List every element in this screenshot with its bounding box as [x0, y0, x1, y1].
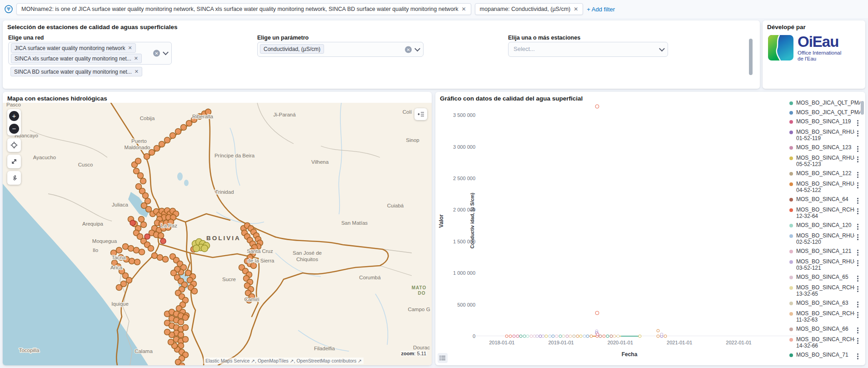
legend-item[interactable]: MOS_BO_SINCA_RCH-13-32-65 — [788, 285, 860, 297]
legend-menu-icon[interactable] — [855, 222, 860, 230]
legend-item[interactable]: MOS_BO_SINCA_RCH-19-32-71 — [788, 363, 860, 363]
station-marker[interactable] — [139, 249, 145, 255]
legend-item[interactable]: MOS_BO_SINCA_120 — [788, 222, 860, 230]
station-marker[interactable] — [193, 245, 200, 252]
filter-pill-mopaname[interactable]: mopaname: Conductividad, (µS/cm) ✕ — [475, 3, 584, 15]
map-legend-collapse-button[interactable] — [414, 108, 427, 120]
chart-point[interactable] — [602, 335, 605, 338]
legend-label[interactable]: MOS_BO_SINCA_RHU-03-52-121 — [796, 259, 855, 271]
chart-line[interactable] — [621, 336, 639, 337]
legend-item[interactable]: MOS_BO_JICA_QLT_PMASUP_ — [788, 110, 860, 116]
station-marker[interactable] — [178, 332, 184, 338]
network-tag-sinca-xls[interactable]: SINCA xls surface water quality monitori… — [11, 54, 142, 63]
chevron-down-icon[interactable] — [414, 45, 420, 51]
station-marker[interactable] — [160, 238, 166, 244]
legend-menu-icon[interactable] — [855, 171, 860, 178]
station-marker[interactable] — [126, 277, 132, 283]
station-marker[interactable] — [181, 125, 187, 131]
station-marker[interactable] — [128, 246, 134, 252]
remove-tag-icon[interactable]: ✕ — [134, 55, 138, 61]
expand-map-button[interactable] — [7, 155, 21, 168]
station-marker[interactable] — [116, 285, 122, 291]
legend-menu-icon[interactable] — [855, 300, 860, 308]
station-marker[interactable] — [135, 259, 140, 265]
chart-point[interactable] — [552, 335, 555, 338]
legend-label[interactable]: MOS_BO_SINCA_119 — [796, 119, 855, 125]
station-marker[interactable] — [135, 158, 141, 164]
station-marker[interactable] — [139, 217, 145, 222]
legend-label[interactable]: MOS_BO_SINCA_RHU-04-52-122 — [796, 181, 855, 193]
legend-menu-icon[interactable] — [855, 197, 860, 204]
chart-point[interactable] — [569, 335, 572, 338]
zoom-out-button[interactable]: − — [9, 124, 19, 134]
chart-point[interactable] — [509, 335, 512, 338]
remove-filter-icon[interactable]: ✕ — [462, 6, 466, 12]
station-marker[interactable] — [130, 220, 135, 226]
legend-item[interactable]: MOS_BO_SINCA_63 — [788, 300, 860, 308]
legend-menu-icon[interactable] — [855, 326, 860, 333]
stations-select[interactable]: Select... — [508, 42, 668, 57]
legend-menu-icon[interactable] — [855, 119, 860, 126]
chart-point[interactable] — [589, 335, 593, 338]
legend-label[interactable]: MOS_BO_JICA_QLT_PMASUP_ — [796, 110, 860, 116]
map-attribution[interactable]: Elastic Maps Service ↗, OpenMapTiles ↗, … — [204, 358, 364, 364]
chart-point[interactable] — [613, 335, 616, 338]
chevron-down-icon[interactable] — [163, 50, 169, 55]
legend-label[interactable]: MOS_BO_SINCA_66 — [796, 326, 855, 333]
legend-label[interactable]: MOS_BO_SINCA_RCH-13-32-65 — [796, 285, 855, 297]
legend-menu-icon[interactable] — [855, 129, 860, 136]
add-filter-link[interactable]: + Add filter — [587, 6, 615, 13]
legend-menu-icon[interactable] — [855, 352, 860, 359]
legend-item[interactable]: MOS_BO_SINCA_123 — [788, 145, 860, 152]
chart-point[interactable] — [562, 335, 565, 338]
legend-label[interactable]: MOS_BO_SINCA_65 — [796, 274, 855, 281]
network-tag-jica[interactable]: JICA surface water quality monitoring ne… — [11, 43, 136, 53]
legend-menu-icon[interactable] — [855, 248, 860, 256]
chart-point[interactable] — [576, 335, 579, 338]
station-marker[interactable] — [251, 263, 257, 269]
station-marker[interactable] — [179, 363, 185, 366]
legend-item[interactable]: MOS_BO_SINCA_RHU-01-52-119 — [788, 129, 860, 141]
legend-label[interactable]: MOS_BO_SINCA_RHU-01-52-119 — [796, 129, 855, 141]
station-marker[interactable] — [175, 129, 181, 135]
station-marker[interactable] — [144, 154, 150, 160]
legend-label[interactable]: MOS_BO_SINCA_RCH-12-32-64 — [796, 207, 855, 219]
station-marker[interactable] — [158, 233, 164, 239]
legend-item[interactable]: MOS_BO_JICA_QLT_PMASUP_ — [788, 100, 860, 106]
station-marker[interactable] — [168, 339, 174, 345]
chart-point[interactable] — [523, 335, 526, 338]
chart-point[interactable] — [606, 335, 609, 338]
legend-item[interactable]: MOS_BO_SINCA_RHU-04-52-122 — [788, 181, 860, 193]
chart-point[interactable] — [513, 335, 516, 338]
station-marker[interactable] — [123, 244, 129, 250]
legend-menu-icon[interactable] — [855, 145, 860, 152]
legend-label[interactable]: MOS_BO_SINCA_120 — [796, 222, 855, 229]
station-marker[interactable] — [183, 337, 189, 343]
station-marker[interactable] — [138, 173, 144, 179]
chart-point[interactable] — [616, 335, 619, 338]
parameter-tag[interactable]: Conductividad, (µS/cm) — [260, 44, 324, 54]
chart-point[interactable] — [596, 333, 599, 336]
chart-point[interactable] — [664, 335, 667, 338]
station-marker[interactable] — [178, 319, 184, 325]
legend-scrollbar[interactable] — [861, 101, 864, 115]
station-marker[interactable] — [143, 193, 149, 199]
map-tools-button[interactable] — [7, 171, 21, 185]
chart-point[interactable] — [660, 333, 663, 336]
legend-menu-icon[interactable] — [855, 181, 860, 188]
station-marker[interactable] — [152, 253, 158, 259]
legend-menu-icon[interactable] — [855, 363, 860, 363]
locate-button[interactable] — [7, 138, 21, 152]
legend-label[interactable]: MOS_BO_SINCA_64 — [796, 197, 855, 203]
chart-point[interactable] — [583, 335, 586, 338]
legend-item[interactable]: MOS_BO_SINCA_122 — [788, 171, 860, 178]
legend-label[interactable]: MOS_BO_SINCA_RCH-19-32-71 — [796, 363, 855, 363]
remove-filter-icon[interactable]: ✕ — [574, 6, 578, 12]
panel-scrollbar[interactable] — [749, 39, 753, 75]
chart-point[interactable] — [656, 335, 659, 338]
station-marker[interactable] — [116, 247, 122, 253]
chart-point[interactable] — [541, 335, 544, 338]
legend-toggle-button[interactable] — [438, 353, 448, 363]
legend-label[interactable]: MOS_BO_SINCA_121 — [796, 248, 855, 255]
station-marker[interactable] — [149, 150, 155, 156]
